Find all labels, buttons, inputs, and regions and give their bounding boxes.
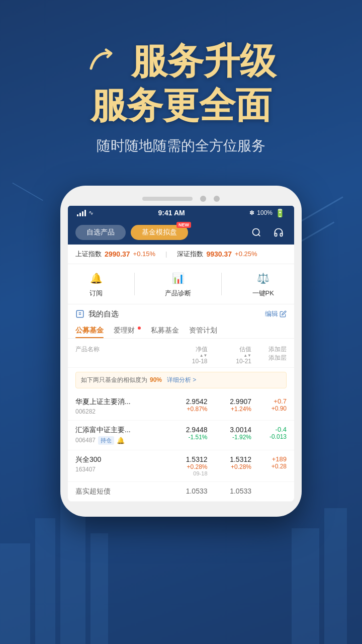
fund-nav-3: 1.0533 [163, 487, 208, 495]
watchlist-header: 我的自选 编辑 [68, 304, 294, 323]
action-diagnose[interactable]: 📊 产品诊断 [165, 270, 191, 298]
fund-row-1[interactable]: 汇添富中证主要... 006487 持仓 🔔 2.9448 -1.51% 3.0… [68, 421, 294, 450]
subscribe-icon: 🔔 [88, 270, 104, 286]
nav-tab-watchlist[interactable]: 自选产品 [75, 225, 126, 240]
fund-nav-1: 2.9448 -1.51% [163, 426, 208, 441]
fund-name-1: 汇添富中证主要... [75, 426, 163, 435]
fund-est-0: 2.9907 +1.24% [208, 397, 252, 413]
search-icon-btn[interactable] [248, 224, 264, 240]
est-sort[interactable]: ▲▼ [243, 354, 251, 358]
ticker-bar: 上证指数 2990.37 +0.15% | 深证指数 9930.37 +0.25… [68, 245, 294, 264]
arrow-icon [86, 46, 121, 76]
col-name: 产品名称 [75, 345, 163, 365]
app-nav: 自选产品 基金模拟盘 NEW [68, 220, 294, 245]
fund-code-1: 006487 持仓 🔔 [75, 436, 163, 445]
fund-add-1: -0.4 -0.013 [251, 426, 287, 440]
table-header: 产品名称 净值 ▲▼ 10-18 估值 ▲▼ 10-21 添加层 添加层 [68, 343, 294, 368]
status-bar: ∿ 9:41 AM ✽ 100% 🔋 [68, 206, 294, 220]
cat-tab-public[interactable]: 公募基金 [75, 323, 104, 338]
fund-code-2: 163407 [75, 466, 163, 473]
phone-notch [68, 196, 294, 202]
headset-icon-btn[interactable] [270, 224, 287, 240]
nav-tab-fund-sim[interactable]: 基金模拟盘 NEW [131, 225, 188, 240]
action-pk[interactable]: ⚖️ 一键PK [252, 270, 274, 298]
sh-change: +0.15% [133, 250, 155, 258]
fund-row-2[interactable]: 兴全300 163407 1.5312 +0.28% 09-18 1.5312 … [68, 450, 294, 482]
wealth-dot [138, 327, 141, 330]
col-est: 估值 ▲▼ 10-21 [208, 345, 252, 365]
cat-tab-wealth[interactable]: 爱理财 [114, 323, 141, 338]
phone-speaker [142, 197, 193, 201]
similarity-alert: 如下两只基金的相似度为 90% 详细分析 > [75, 372, 287, 388]
analysis-link[interactable]: 详细分析 > [167, 376, 196, 384]
cat-tab-asset[interactable]: 资管计划 [189, 323, 217, 338]
wifi-icon: ∿ [88, 209, 94, 216]
diagnose-icon: 📊 [170, 270, 186, 286]
edit-icon [280, 310, 287, 317]
col-add: 添加层 添加层 [251, 345, 287, 365]
fund-info-1: 汇添富中证主要... 006487 持仓 🔔 [75, 426, 163, 445]
diagnose-label: 产品诊断 [165, 289, 191, 298]
sz-label: 深证指数 [177, 250, 203, 259]
fund-est-3: 1.0533 [208, 487, 252, 495]
phone-mockup: ∿ 9:41 AM ✽ 100% 🔋 自选产品 基金模拟盘 NEW [60, 186, 302, 517]
phone-camera [200, 196, 206, 202]
category-tabs: 公募基金 爱理财 私募基金 资管计划 [68, 323, 294, 339]
subscribe-label: 订阅 [89, 289, 103, 298]
fund-tag-1: 持仓 [98, 436, 114, 445]
fund-est-1: 3.0014 -1.92% [208, 426, 252, 441]
fund-add-2: +189 +0.28 [251, 455, 287, 470]
svg-line-1 [258, 234, 260, 236]
sh-label: 上证指数 [75, 250, 102, 259]
status-left: ∿ [77, 209, 94, 216]
sh-value: 2990.37 [105, 250, 130, 258]
sz-value: 9930.37 [206, 250, 232, 258]
fund-name-0: 华夏上证主要消... [75, 397, 163, 407]
quick-actions: 🔔 订阅 📊 产品诊断 ⚖️ 一键PK [68, 264, 294, 304]
ticker-divider: | [165, 250, 167, 258]
battery-text: 100% [257, 209, 273, 216]
phone-container: ∿ 9:41 AM ✽ 100% 🔋 自选产品 基金模拟盘 NEW [0, 186, 362, 517]
header-section: 服务升级 服务更全面 随时随地随需的全方位服务 [0, 0, 362, 171]
fund-nav-2: 1.5312 +0.28% 09-18 [163, 455, 208, 476]
signal-icon [77, 209, 86, 216]
ticker-sz: 深证指数 9930.37 +0.25% [177, 250, 257, 259]
subtitle: 随时随地随需的全方位服务 [30, 136, 332, 155]
fund-row-0[interactable]: 华夏上证主要消... 006282 2.9542 +0.87% 2.9907 +… [68, 392, 294, 421]
sz-change: +0.25% [235, 250, 257, 258]
fund-info-3: 嘉实超短债 [75, 487, 163, 496]
pk-label: 一键PK [252, 289, 274, 298]
nav-icons [248, 224, 287, 240]
nav-sort[interactable]: ▲▼ [200, 354, 208, 358]
pk-icon: ⚖️ [255, 270, 271, 286]
new-badge: NEW [176, 222, 191, 228]
fund-name-2: 兴全300 [75, 455, 163, 464]
ticker-sh: 上证指数 2990.37 +0.15% [75, 250, 155, 259]
watchlist-title: 我的自选 [75, 309, 119, 319]
fund-bell-1[interactable]: 🔔 [117, 437, 125, 444]
phone-camera2 [214, 196, 220, 202]
watchlist-edit-btn[interactable]: 编辑 [265, 309, 287, 318]
action-div-2 [221, 273, 222, 295]
fund-nav-0: 2.9542 +0.87% [163, 397, 208, 413]
fund-info-0: 华夏上证主要消... 006282 [75, 397, 163, 415]
bluetooth-icon: ✽ [249, 209, 254, 216]
main-title-line1: 服务升级 [30, 40, 332, 82]
similarity-pct: 90% [150, 376, 162, 383]
fund-info-2: 兴全300 163407 [75, 455, 163, 473]
action-div-1 [134, 273, 135, 295]
status-time: 9:41 AM [158, 209, 185, 217]
cat-tab-private[interactable]: 私募基金 [151, 323, 179, 338]
fund-code-0: 006282 [75, 408, 163, 415]
status-right: ✽ 100% 🔋 [249, 208, 285, 218]
fund-est-2: 1.5312 +0.28% [208, 455, 252, 470]
fund-name-3: 嘉实超短债 [75, 487, 163, 496]
col-nav: 净值 ▲▼ 10-18 [163, 345, 208, 365]
battery-icon: 🔋 [275, 208, 285, 218]
svg-point-0 [253, 228, 259, 235]
watchlist-icon [75, 309, 84, 318]
phone-screen: ∿ 9:41 AM ✽ 100% 🔋 自选产品 基金模拟盘 NEW [68, 206, 294, 502]
fund-row-3[interactable]: 嘉实超短债 1.0533 1.0533 [68, 482, 294, 502]
main-title-line2: 服务更全面 [30, 85, 332, 126]
action-subscribe[interactable]: 🔔 订阅 [88, 270, 104, 298]
